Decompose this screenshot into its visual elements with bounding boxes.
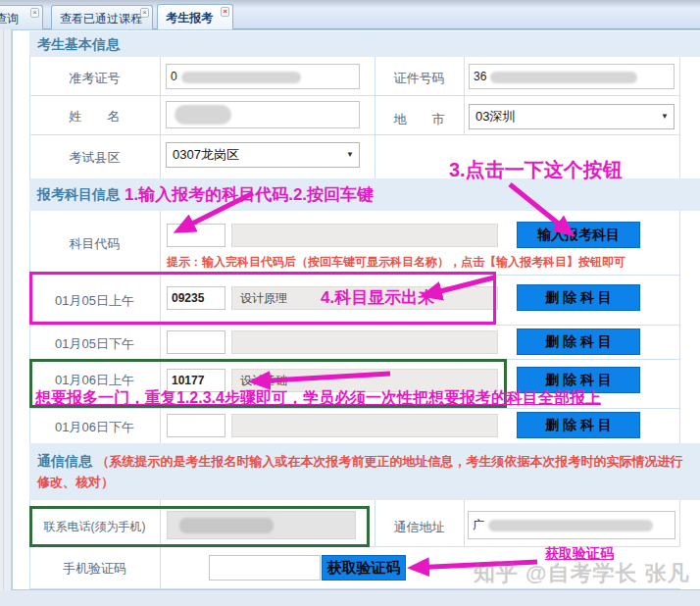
tab-query[interactable]: 查询 × xyxy=(0,5,43,29)
divider xyxy=(679,500,680,546)
page-footer xyxy=(0,590,700,606)
tab-query-label: 查询 xyxy=(0,12,19,25)
masked-value xyxy=(179,518,274,533)
county-label: 考试县区 xyxy=(29,149,160,167)
phone-label: 联系电话(须为手机) xyxy=(30,519,159,535)
exam-slot-label: 01月06日上午 xyxy=(29,372,160,389)
subject-name-display xyxy=(231,414,498,437)
tab-close-icon[interactable]: × xyxy=(140,8,149,18)
delete-subject-button[interactable]: 删 除 科 目 xyxy=(517,328,640,355)
name-field[interactable] xyxy=(166,101,360,128)
admission-number-label: 准考证号 xyxy=(29,70,160,87)
chevron-down-icon[interactable]: ▼ xyxy=(661,105,669,128)
contact-note: （系统提示的是考生报名时输入或在本次报考前更正的地址信息，考生须依据本次报考时的… xyxy=(37,454,682,489)
masked-value xyxy=(490,72,637,83)
left-splitter[interactable] xyxy=(0,29,12,590)
sms-code-input[interactable] xyxy=(209,555,321,581)
tab-registration[interactable]: 考生报考 × xyxy=(157,4,233,29)
name-label: 姓 名 xyxy=(29,108,160,126)
delete-subject-button[interactable]: 删 除 科 目 xyxy=(517,412,640,438)
masked-value xyxy=(181,72,301,83)
tab-passed-courses[interactable]: 查看已通过课程 × xyxy=(51,5,153,29)
tab-close-icon[interactable]: × xyxy=(221,7,229,17)
admission-number-prefix: 0 xyxy=(171,70,177,83)
address-label: 通信地址 xyxy=(375,519,464,536)
annotation-repeat-steps: 想要报多一门，重复1.2.3.4步骤即可，学员必须一次性把想要报考的科目全部报上 xyxy=(35,388,601,409)
exam-slot-label: 01月06日下午 xyxy=(29,419,160,436)
annotation-step-1-2: 1.输入报考的科目代码.2.按回车键 xyxy=(125,183,374,206)
divider xyxy=(29,359,680,360)
section-contact-header: 通信信息 （系统提示的是考生报名时输入或在本次报考前更正的地址信息，考生须依据本… xyxy=(29,443,700,500)
divider xyxy=(29,588,680,589)
section-basic-info-title: 考生基本信息 xyxy=(37,36,120,52)
address-prefix: 广 xyxy=(473,518,484,531)
subject-name-display xyxy=(231,224,498,247)
subject-code-label: 科目代码 xyxy=(29,235,160,253)
watermark: 知乎 @自考学长 张凡 xyxy=(474,559,690,588)
tab-close-icon[interactable]: × xyxy=(30,8,39,18)
divider xyxy=(160,57,161,178)
county-select[interactable]: 0307龙岗区 ▼ xyxy=(166,142,360,168)
enter-subject-button[interactable]: 输入报考科目 xyxy=(517,222,640,248)
annotation-step-4: 4.科目显示出来 xyxy=(321,286,434,309)
tab-passed-courses-label: 查看已通过课程 xyxy=(60,12,142,25)
city-select[interactable]: 03深圳 ▼ xyxy=(469,104,675,129)
subject-code-input[interactable] xyxy=(167,286,225,310)
masked-value xyxy=(488,520,653,531)
get-sms-code-button[interactable]: 获取验证码 xyxy=(322,555,406,581)
address-field[interactable]: 广 xyxy=(468,511,675,539)
divider xyxy=(3,29,4,590)
exam-slot-label: 01月05日下午 xyxy=(29,335,160,353)
divider xyxy=(29,325,680,326)
phone-field[interactable] xyxy=(167,511,356,539)
tab-registration-label: 考生报考 xyxy=(166,11,213,25)
admission-number-field[interactable]: 0 xyxy=(166,64,360,89)
section-contact-title: 通信信息 xyxy=(37,453,92,469)
subject-code-hint: 提示：输入完科目代码后（按回车键可显示科目名称），点击【输入报考科目】按钮即可 xyxy=(167,254,625,271)
county-value: 0307龙岗区 xyxy=(173,147,239,162)
id-number-field[interactable]: 36 xyxy=(469,64,675,89)
divider xyxy=(464,500,465,546)
divider xyxy=(160,500,161,588)
city-value: 03深圳 xyxy=(475,109,515,124)
section-basic-info-header: 考生基本信息 xyxy=(29,31,700,57)
delete-subject-button[interactable]: 删 除 科 目 xyxy=(517,284,640,311)
divider xyxy=(29,275,680,276)
sms-code-label: 手机验证码 xyxy=(29,560,160,578)
annotation-step-3: 3.点击一下这个按钮 xyxy=(449,157,623,183)
tab-bar: 查询 × 查看已通过课程 × 考生报考 × xyxy=(0,0,700,29)
divider xyxy=(29,134,680,135)
id-number-prefix: 36 xyxy=(474,70,486,83)
divider xyxy=(29,95,680,96)
city-label: 地 市 xyxy=(375,111,464,128)
exam-registration-screen: 查询 × 查看已通过课程 × 考生报考 × 考生基本信息 准考证号 0 证件号码… xyxy=(0,0,700,606)
exam-slot-label: 01月05日上午 xyxy=(29,292,160,310)
id-number-label: 证件号码 xyxy=(375,70,464,87)
subject-name-display xyxy=(231,330,498,354)
masked-value xyxy=(175,105,231,125)
divider xyxy=(679,57,680,178)
subject-code-input[interactable] xyxy=(167,330,225,354)
subject-code-input[interactable] xyxy=(167,224,225,247)
subject-code-input[interactable] xyxy=(167,414,225,437)
chevron-down-icon[interactable]: ▼ xyxy=(346,143,354,167)
section-subjects-title: 报考科目信息 xyxy=(37,186,120,204)
